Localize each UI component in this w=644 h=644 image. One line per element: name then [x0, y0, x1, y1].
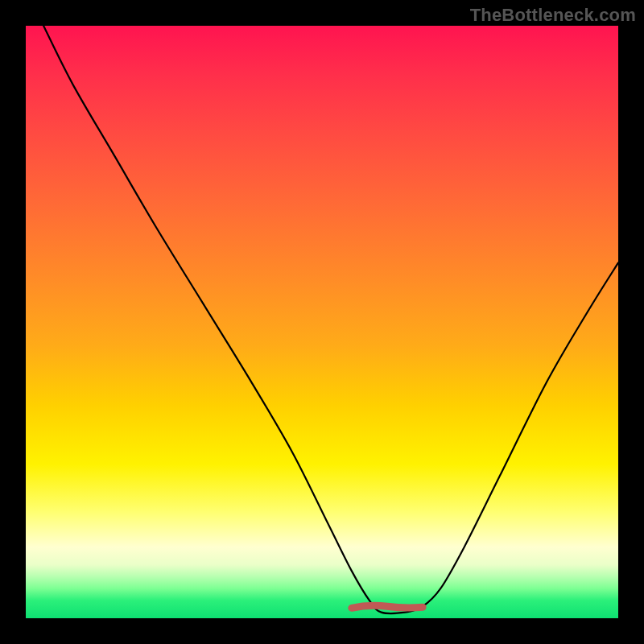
flat-region-marker: [352, 605, 423, 608]
bottleneck-curve: [43, 26, 618, 613]
watermark-text: TheBottleneck.com: [470, 5, 636, 26]
curve-svg: [26, 26, 618, 618]
plot-area: [26, 26, 618, 618]
chart-frame: TheBottleneck.com: [0, 0, 644, 644]
